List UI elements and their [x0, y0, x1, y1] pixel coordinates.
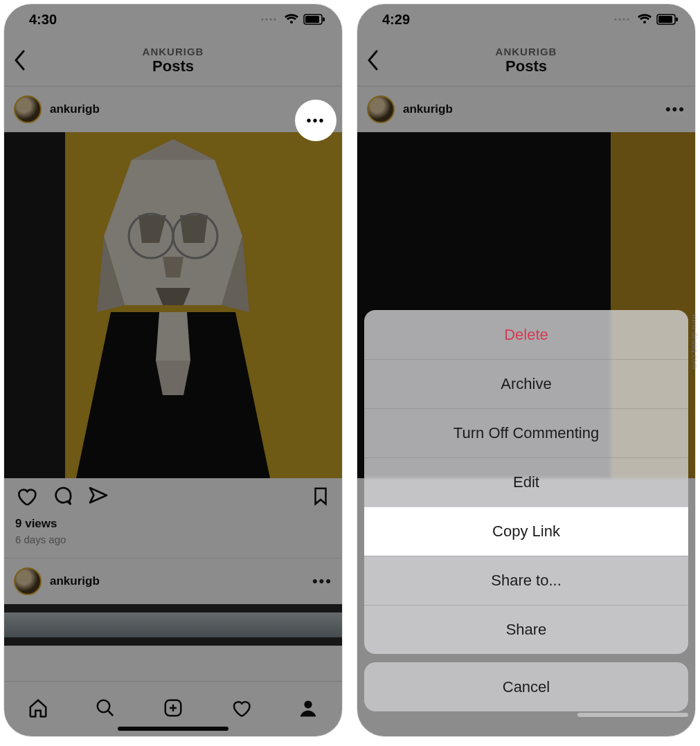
avatar[interactable]	[14, 567, 42, 595]
nav-header: ANKURIGB Posts	[4, 35, 342, 87]
post-username[interactable]: ankurigb	[50, 102, 100, 116]
send-icon	[87, 485, 109, 507]
nav-username-small: ANKURIGB	[143, 46, 204, 57]
heart-icon	[15, 485, 37, 507]
svg-point-28	[618, 18, 620, 20]
post-image[interactable]	[4, 132, 342, 478]
svg-rect-6	[323, 17, 325, 21]
share-button[interactable]	[87, 485, 109, 510]
more-button-highlight[interactable]: •••	[295, 100, 336, 141]
status-bar: 4:30	[4, 4, 342, 35]
cellular-dots-icon	[613, 16, 633, 23]
svg-rect-32	[658, 16, 672, 23]
svg-marker-8	[132, 139, 215, 160]
post-time: 6 days ago	[15, 534, 331, 545]
sheet-delete[interactable]: Delete	[364, 310, 688, 359]
heart-outline-icon	[231, 698, 251, 718]
plus-square-icon	[163, 698, 183, 718]
nav-title: Posts	[505, 57, 547, 75]
sheet-archive[interactable]: Archive	[364, 359, 688, 408]
post-header: ankurigb •••	[4, 87, 342, 132]
post-meta: 9 views 6 days ago	[4, 517, 342, 554]
post2-image[interactable]	[4, 604, 342, 646]
svg-point-3	[273, 18, 276, 20]
tab-create[interactable]	[163, 698, 183, 721]
avatar[interactable]	[14, 95, 42, 123]
back-button[interactable]	[367, 50, 379, 73]
post-header: ankurigb •••	[357, 87, 695, 132]
svg-point-27	[614, 18, 616, 20]
post-actions	[4, 478, 342, 517]
status-time: 4:30	[29, 12, 57, 28]
chevron-left-icon	[367, 50, 379, 71]
home-indicator[interactable]	[118, 727, 228, 731]
sheet-share-to[interactable]: Share to...	[364, 556, 688, 605]
sheet-cancel[interactable]: Cancel	[364, 662, 688, 711]
home-icon	[28, 698, 48, 718]
search-icon	[95, 698, 116, 718]
wifi-icon	[284, 14, 299, 25]
cellular-dots-icon	[260, 16, 280, 23]
status-time: 4:29	[382, 12, 410, 28]
svg-rect-33	[676, 17, 678, 21]
svg-marker-12	[180, 215, 208, 243]
back-button[interactable]	[14, 50, 26, 73]
sheet-edit[interactable]: Edit	[364, 457, 688, 507]
battery-icon	[656, 14, 679, 25]
tab-activity[interactable]	[231, 698, 251, 721]
avatar[interactable]	[367, 95, 395, 123]
save-button[interactable]	[310, 485, 331, 510]
post-username[interactable]: ankurigb	[403, 102, 453, 116]
svg-point-21	[98, 700, 110, 712]
post2-more-button[interactable]: •••	[312, 572, 332, 590]
comment-icon	[51, 485, 73, 507]
action-sheet: Delete Archive Turn Off Commenting Edit …	[357, 310, 695, 736]
status-icons	[613, 14, 679, 25]
status-icons	[260, 14, 325, 25]
svg-marker-13	[163, 257, 183, 278]
nav-header: ANKURIGB Posts	[357, 35, 695, 87]
views-count[interactable]: 9 views	[15, 517, 331, 531]
portrait-artwork	[62, 132, 284, 478]
bookmark-icon	[310, 485, 331, 507]
wifi-icon	[637, 14, 652, 25]
sheet-copy-link[interactable]: Copy Link	[364, 507, 688, 556]
sheet-share[interactable]: Share	[364, 605, 688, 654]
svg-point-1	[265, 18, 267, 20]
person-icon	[298, 698, 318, 718]
nav-username-small: ANKURIGB	[496, 46, 557, 57]
status-bar: 4:29	[357, 4, 695, 35]
sheet-turn-off-commenting[interactable]: Turn Off Commenting	[364, 408, 688, 457]
right-screenshot: 4:29 ANKURIGB Posts ankurigb ••• Delete	[357, 3, 696, 737]
svg-point-29	[622, 18, 625, 20]
svg-point-0	[261, 18, 263, 20]
like-button[interactable]	[15, 485, 37, 510]
left-screenshot: 4:30 ANKURIGB Posts ankurigb •••	[3, 3, 343, 737]
svg-line-22	[108, 710, 114, 716]
tab-bar	[4, 681, 342, 736]
svg-marker-19	[156, 312, 190, 361]
svg-point-30	[627, 18, 629, 20]
comment-button[interactable]	[51, 485, 73, 510]
post2-header: ankurigb •••	[4, 558, 342, 604]
svg-rect-5	[305, 16, 319, 23]
battery-icon	[303, 14, 325, 25]
svg-point-2	[269, 18, 271, 20]
chevron-left-icon	[14, 50, 26, 71]
nav-title: Posts	[152, 57, 194, 75]
svg-point-26	[305, 700, 312, 708]
post2-username[interactable]: ankurigb	[50, 574, 100, 588]
post-more-button[interactable]: •••	[665, 100, 685, 118]
tab-profile[interactable]	[298, 698, 318, 721]
tab-search[interactable]	[95, 698, 116, 721]
tab-home[interactable]	[28, 698, 48, 721]
home-indicator[interactable]	[577, 713, 688, 717]
